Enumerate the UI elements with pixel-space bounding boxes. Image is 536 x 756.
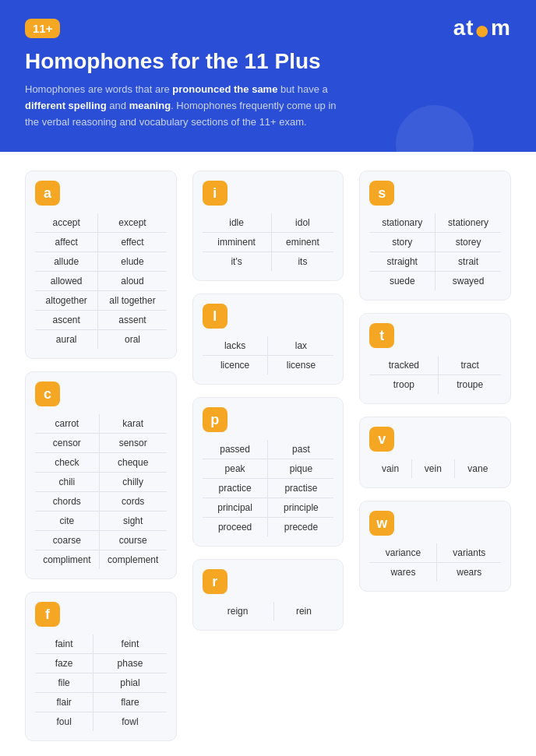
column-1: a acceptexcept affecteffect alludeelude … — [25, 171, 177, 741]
table-row: altogetherall together — [35, 291, 167, 311]
table-row: chordscords — [35, 492, 167, 512]
letter-f: f — [35, 602, 60, 627]
section-p: p passedpast peakpique practicepractise … — [192, 397, 344, 547]
table-row: wareswears — [369, 563, 501, 582]
section-t: t trackedtract trooptroupe — [359, 313, 511, 404]
section-a: a acceptexcept affecteffect alludeelude … — [25, 171, 177, 359]
table-row: ascentassent — [35, 311, 167, 330]
table-row: peakpique — [203, 459, 334, 479]
table-row: idleidol — [203, 213, 334, 233]
atom-logo: at●m — [453, 16, 511, 40]
section-v: v vain vein vane — [359, 417, 511, 488]
table-row: practicepractise — [203, 479, 334, 498]
table-row: it'sits — [203, 252, 334, 272]
table-i: idleidol imminenteminent it'sits — [203, 213, 334, 271]
table-row: complimentcomplement — [35, 550, 167, 570]
table-row: trooptroupe — [369, 375, 501, 395]
letter-a: a — [35, 181, 60, 206]
table-row: acceptexcept — [35, 213, 167, 233]
grade-badge: 11+ — [25, 19, 60, 38]
letter-w: w — [369, 511, 394, 536]
table-row: lackslax — [203, 336, 334, 356]
section-s: s stationarystationery storystorey strai… — [359, 171, 511, 301]
letter-c: c — [35, 382, 60, 406]
letter-s: s — [369, 181, 394, 206]
table-row: reignrein — [203, 602, 334, 621]
table-row: fazephase — [35, 654, 167, 673]
section-c: c carrotkarat censorsensor checkcheque c… — [25, 371, 177, 579]
table-row: flairflare — [35, 693, 167, 712]
table-l: lackslax licencelicense — [203, 336, 334, 374]
table-row: imminenteminent — [203, 233, 334, 252]
column-2: i idleidol imminenteminent it'sits l lac… — [192, 171, 344, 631]
table-row: foulfowl — [35, 712, 167, 732]
decorative-circle — [396, 105, 474, 152]
table-s: stationarystationery storystorey straigh… — [369, 213, 501, 290]
page-title: Homophones for the 11 Plus — [25, 49, 511, 74]
letter-t: t — [369, 323, 394, 348]
section-r: r reignrein — [192, 559, 344, 631]
section-i: i idleidol imminenteminent it'sits — [192, 171, 344, 281]
table-row: storystorey — [369, 233, 501, 252]
table-row: straightstrait — [369, 252, 501, 272]
header: 11+ Homophones for the 11 Plus Homophone… — [0, 0, 536, 152]
table-row: filephial — [35, 673, 167, 693]
table-row: alludeelude — [35, 252, 167, 272]
table-c: carrotkarat censorsensor checkcheque chi… — [35, 414, 167, 569]
table-row: chilichilly — [35, 473, 167, 492]
table-v: vain vein vane — [369, 459, 501, 478]
table-row: censorsensor — [35, 434, 167, 453]
table-row: proceedprecede — [203, 518, 334, 537]
table-row: principalprinciple — [203, 498, 334, 518]
section-f: f faintfeint fazephase filephial flairfl… — [25, 592, 177, 741]
letter-v: v — [369, 427, 394, 452]
table-row: carrotkarat — [35, 414, 167, 434]
column-3: s stationarystationery storystorey strai… — [359, 171, 511, 592]
table-row: faintfeint — [35, 635, 167, 654]
section-l: l lackslax licencelicense — [192, 294, 344, 385]
table-row: licencelicense — [203, 356, 334, 375]
table-row: passedpast — [203, 440, 334, 459]
table-row: affecteffect — [35, 233, 167, 252]
header-description: Homophones are words that are pronounced… — [25, 82, 337, 130]
main-content: a acceptexcept affecteffect alludeelude … — [0, 152, 536, 756]
table-row: suedeswayed — [369, 272, 501, 291]
table-w: variancevariants wareswears — [369, 543, 501, 582]
table-row: checkcheque — [35, 453, 167, 473]
table-f: faintfeint fazephase filephial flairflar… — [35, 635, 167, 731]
table-row: trackedtract — [369, 356, 501, 375]
table-t: trackedtract trooptroupe — [369, 356, 501, 394]
table-row: stationarystationery — [369, 213, 501, 233]
table-p: passedpast peakpique practicepractise pr… — [203, 440, 334, 536]
table-row: allowedaloud — [35, 272, 167, 291]
table-row: variancevariants — [369, 543, 501, 563]
table-a: acceptexcept affecteffect alludeelude al… — [35, 213, 167, 349]
table-row: coarsecourse — [35, 531, 167, 550]
table-row: citesight — [35, 512, 167, 531]
letter-i: i — [203, 181, 227, 206]
table-r: reignrein — [203, 602, 334, 621]
table-row: vain vein vane — [369, 459, 501, 478]
letter-l: l — [203, 304, 227, 329]
section-w: w variancevariants wareswears — [359, 501, 511, 592]
table-row: auraloral — [35, 330, 167, 350]
letter-p: p — [203, 407, 227, 432]
letter-r: r — [203, 569, 227, 594]
